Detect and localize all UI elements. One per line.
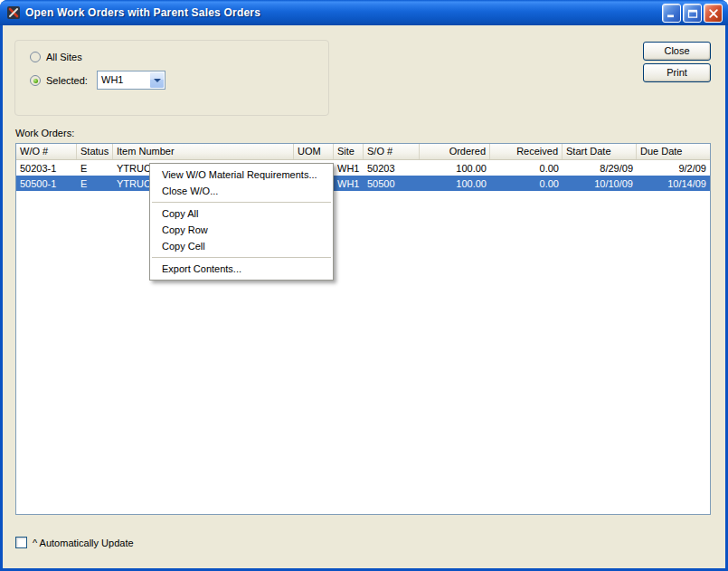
column-header-status[interactable]: Status (77, 144, 113, 159)
menu-item-view-wo-material-requirements[interactable]: View W/O Material Requirements... (150, 167, 333, 183)
window-title: Open Work Orders with Parent Sales Order… (25, 6, 260, 19)
column-header-wo-number[interactable]: W/O # (16, 144, 77, 159)
column-header-item-number[interactable]: Item Number (113, 144, 294, 159)
menu-item-close-wo[interactable]: Close W/O... (150, 183, 333, 199)
column-header-uom[interactable]: UOM (294, 144, 334, 159)
print-button[interactable]: Print (643, 63, 711, 82)
table-row-selected[interactable]: 50500-1 E YTRUC WH1 50500 100.00 0.00 10… (16, 176, 710, 191)
selected-site-label: Selected: (46, 75, 88, 86)
column-header-due-date[interactable]: Due Date (637, 144, 710, 159)
cell-wo-number[interactable]: 50500-1 (16, 178, 77, 189)
cell-ordered[interactable]: 100.00 (420, 163, 490, 174)
cell-so-number[interactable]: 50203 (364, 163, 420, 174)
site-combobox-value: WH1 (98, 71, 149, 89)
selected-site-option[interactable]: Selected: (30, 75, 88, 86)
cell-start-date[interactable]: 8/29/09 (563, 163, 637, 174)
cell-start-date[interactable]: 10/10/09 (563, 178, 637, 189)
column-header-so-number[interactable]: S/O # (364, 144, 420, 159)
maximize-button[interactable] (683, 4, 702, 23)
cell-due-date[interactable]: 9/2/09 (637, 163, 710, 174)
combo-dropdown-button[interactable] (149, 71, 165, 89)
dialog-client-area: All Sites Selected: WH1 Close Print Work… (3, 25, 725, 568)
column-header-received[interactable]: Received (490, 144, 563, 159)
menu-item-export-contents[interactable]: Export Contents... (150, 261, 333, 277)
cell-site[interactable]: WH1 (334, 178, 364, 189)
titlebar[interactable]: Open Work Orders with Parent Sales Order… (0, 0, 728, 25)
column-header-start-date[interactable]: Start Date (563, 144, 637, 159)
menu-item-copy-cell[interactable]: Copy Cell (150, 238, 333, 254)
site-filter-group: All Sites Selected: WH1 (14, 40, 329, 116)
selected-site-radio[interactable] (30, 75, 41, 86)
column-header-ordered[interactable]: Ordered (420, 144, 490, 159)
table-row[interactable]: 50203-1 E YTRUC WH1 50203 100.00 0.00 8/… (16, 160, 710, 176)
cell-status[interactable]: E (77, 163, 113, 174)
window-controls (662, 4, 723, 23)
all-sites-label: All Sites (46, 52, 82, 62)
site-combobox[interactable]: WH1 (97, 71, 165, 90)
menu-separator (152, 202, 331, 203)
cell-ordered[interactable]: 100.00 (420, 178, 490, 189)
cell-status[interactable]: E (77, 178, 113, 189)
work-orders-label: Work Orders: (15, 128, 74, 138)
dialog-window: Open Work Orders with Parent Sales Order… (0, 0, 728, 571)
auto-update-checkbox[interactable] (15, 537, 27, 548)
app-icon (6, 5, 21, 20)
all-sites-radio[interactable] (30, 52, 41, 62)
close-icon (708, 9, 719, 18)
cell-received[interactable]: 0.00 (490, 163, 563, 174)
cell-due-date[interactable]: 10/14/09 (637, 178, 710, 189)
work-orders-table: W/O # Status Item Number UOM Site S/O # … (15, 143, 711, 515)
menu-separator (152, 257, 331, 258)
minimize-button[interactable] (662, 4, 681, 23)
menu-item-copy-all[interactable]: Copy All (150, 205, 333, 222)
menu-item-copy-row[interactable]: Copy Row (150, 222, 333, 238)
cell-received[interactable]: 0.00 (490, 178, 563, 189)
table-header: W/O # Status Item Number UOM Site S/O # … (16, 144, 710, 160)
column-header-site[interactable]: Site (334, 144, 364, 159)
context-menu: View W/O Material Requirements... Close … (149, 163, 334, 281)
cell-so-number[interactable]: 50500 (364, 178, 420, 189)
minimize-icon (667, 9, 677, 18)
auto-update-label: ^ Automatically Update (33, 538, 134, 548)
close-window-button[interactable] (704, 4, 723, 23)
cell-site[interactable]: WH1 (334, 163, 364, 174)
auto-update-option[interactable]: ^ Automatically Update (15, 537, 134, 548)
close-button[interactable]: Close (643, 42, 711, 61)
all-sites-option[interactable]: All Sites (30, 52, 82, 62)
cell-wo-number[interactable]: 50203-1 (16, 163, 77, 174)
maximize-icon (687, 9, 698, 18)
